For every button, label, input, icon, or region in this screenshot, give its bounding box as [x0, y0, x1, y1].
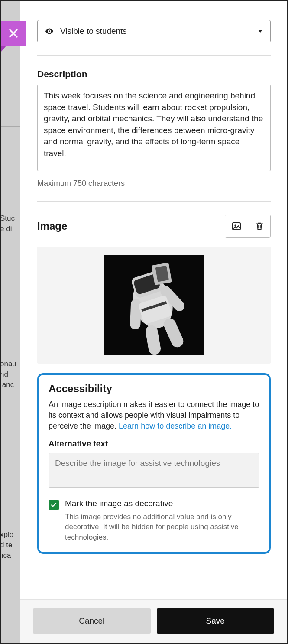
settings-panel: Visible to students Description Maximum … — [20, 1, 287, 643]
svg-point-2 — [234, 224, 236, 226]
description-textarea[interactable] — [37, 85, 271, 171]
decorative-help-text: This image provides no additional value … — [65, 512, 259, 543]
image-action-group — [225, 215, 271, 238]
image-preview-well — [37, 247, 271, 364]
svg-point-0 — [49, 30, 50, 32]
chevron-down-icon — [258, 30, 262, 33]
divider — [37, 201, 271, 202]
bg-text-fragment: Stuc e di — [0, 213, 15, 234]
image-icon — [231, 221, 242, 231]
delete-image-button[interactable] — [248, 215, 270, 237]
image-heading: Image — [37, 220, 67, 232]
visibility-selected-label: Visible to students — [60, 26, 127, 36]
replace-image-button[interactable] — [225, 215, 248, 237]
description-hint: Maximum 750 characters — [37, 179, 271, 188]
visibility-dropdown[interactable]: Visible to students — [37, 20, 271, 42]
save-button[interactable]: Save — [157, 608, 275, 634]
trash-icon — [255, 221, 264, 231]
accessibility-description: An image description makes it easier to … — [49, 399, 259, 432]
learn-describe-image-link[interactable]: Learn how to describe an image. — [119, 422, 232, 430]
accessibility-heading: Accessibility — [49, 383, 259, 395]
bg-text-fragment: onau nd anc — [0, 359, 16, 390]
close-button[interactable] — [1, 21, 26, 46]
eye-icon — [45, 26, 54, 36]
cancel-button[interactable]: Cancel — [33, 608, 151, 634]
close-icon — [7, 27, 19, 39]
description-label: Description — [37, 69, 271, 79]
alt-text-label: Alternative text — [49, 439, 259, 449]
svg-rect-7 — [129, 299, 141, 330]
decorative-label: Mark the image as decorative — [65, 499, 259, 508]
footer: Cancel Save — [20, 599, 287, 643]
bg-text-fragment: xplo d te lica — [0, 530, 13, 560]
background-grey-strip: Stuc e di onau nd anc xplo d te lica — [1, 1, 20, 643]
alt-text-input[interactable] — [49, 453, 259, 488]
image-preview — [104, 255, 204, 355]
accessibility-section: Accessibility An image description makes… — [37, 373, 271, 554]
checkmark-icon — [50, 501, 57, 508]
divider — [37, 55, 271, 56]
decorative-checkbox[interactable] — [49, 500, 59, 510]
